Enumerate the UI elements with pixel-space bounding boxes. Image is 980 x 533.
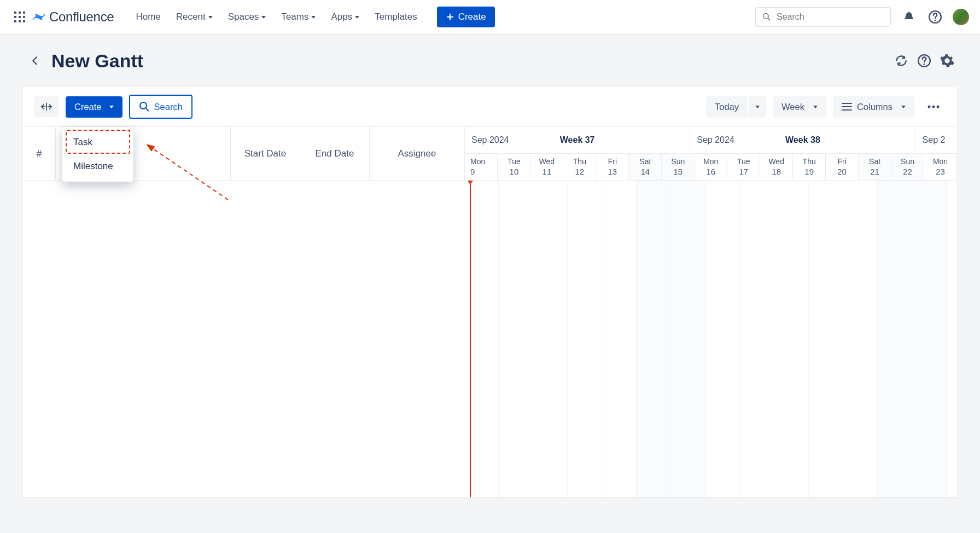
fit-width-button[interactable] [34,96,59,117]
timeline-column [533,181,568,497]
timeline-column [740,181,774,497]
svg-rect-3 [14,16,16,18]
timeline-column [464,181,499,497]
app-switcher-icon[interactable] [11,8,28,26]
chevron-down-icon [755,106,760,108]
month-label: Sep 2024 [697,135,734,145]
avatar[interactable] [953,9,969,25]
day-cell[interactable]: Mon23 [924,154,957,180]
month-week-b: Sep 2024 Week 38 [690,127,915,153]
day-cell[interactable]: Fri13 [596,154,629,180]
month-label: Sep 2024 [471,135,509,145]
fit-width-icon [40,102,52,112]
svg-line-10 [768,18,770,20]
today-split: Today [706,96,766,118]
timeline-area[interactable] [464,181,957,497]
panel-toolbar: Create Search Today Week Columns [23,87,957,126]
timeline-column [671,181,705,497]
page-help-icon[interactable] [915,52,933,69]
task-columns-header: # Start Date End Date Assignee Task Mile… [23,127,465,181]
help-icon[interactable] [926,8,944,26]
panel-search-button[interactable]: Search [129,95,192,119]
day-cell[interactable]: Sat14 [629,154,662,180]
timeline-column [499,181,533,497]
week-label: Week 37 [560,135,595,145]
timeline-column [568,181,602,497]
top-nav: Confluence Home Recent Spaces Teams Apps… [0,0,980,34]
chevron-down-icon [355,16,359,19]
svg-rect-1 [19,11,21,14]
chevron-down-icon [813,106,818,108]
month-label: Sep 2 [923,135,946,145]
refresh-icon[interactable] [892,52,910,69]
col-start-date[interactable]: Start Date [231,127,300,180]
week-label: Week 38 [785,135,820,145]
col-end-date[interactable]: End Date [300,127,370,180]
timeline-column [602,181,637,497]
page-title: New Gantt [51,50,143,72]
svg-point-15 [140,102,147,109]
nav-recent[interactable]: Recent [170,7,219,27]
col-hash[interactable]: # [23,127,56,180]
columns-button[interactable]: Columns [833,96,914,118]
nav-teams[interactable]: Teams [275,7,322,27]
day-cell[interactable]: Tue10 [498,154,530,180]
columns-icon [842,102,853,111]
timeline-column [843,181,878,497]
timeline-column [878,181,912,497]
chevron-down-icon [109,106,114,108]
chevron-down-icon [261,16,266,19]
confluence-icon [32,10,46,24]
week-button[interactable]: Week [773,96,826,118]
grid-header: # Start Date End Date Assignee Task Mile… [23,126,957,181]
search-input[interactable] [777,12,884,22]
day-cell[interactable]: Mon16 [695,154,727,180]
chevron-down-icon [208,16,213,19]
plus-icon [446,13,454,21]
day-cell[interactable]: Mon9 [465,154,498,180]
nav-apps[interactable]: Apps [324,7,366,27]
more-button[interactable] [921,100,946,114]
timeline-header: Sep 2024 Week 37 Sep 2024 Week 38 Sep 2 … [465,127,957,181]
confluence-logo[interactable]: Confluence [32,9,114,25]
day-cell[interactable]: Fri20 [826,154,859,180]
svg-rect-7 [19,20,21,22]
settings-icon[interactable] [938,52,956,69]
panel-create-button[interactable]: Create [66,96,122,118]
timeline-column [947,181,957,497]
svg-rect-4 [19,16,21,18]
timeline-column [637,181,671,497]
day-cell[interactable]: Wed11 [530,154,563,180]
nav-home[interactable]: Home [129,7,167,27]
grid-body [23,181,957,497]
today-dropdown-button[interactable] [749,96,766,118]
timeline-column [912,181,947,497]
dropdown-item-task[interactable]: Task [62,130,133,154]
day-cell[interactable]: Sun22 [891,154,924,180]
back-button[interactable] [24,50,46,72]
nav-templates[interactable]: Templates [368,7,423,27]
month-week-c: Sep 2 [916,127,957,153]
search-box[interactable] [755,7,891,27]
nav-spaces[interactable]: Spaces [221,7,273,27]
day-cell[interactable]: Thu12 [563,154,596,180]
today-button[interactable]: Today [706,96,748,118]
day-cell[interactable]: Thu19 [793,154,826,180]
dropdown-item-milestone[interactable]: Milestone [62,154,133,178]
day-cell[interactable]: Tue17 [727,154,760,180]
create-button[interactable]: Create [437,7,495,27]
chevron-down-icon [311,16,316,19]
task-list-area[interactable] [23,181,464,497]
notifications-icon[interactable] [900,8,918,26]
svg-rect-5 [23,16,25,18]
nav-links: Home Recent Spaces Teams Apps Templates [129,7,423,27]
chevron-left-icon [29,55,41,67]
day-cell[interactable]: Sat21 [859,154,891,180]
day-cell[interactable]: Sun15 [662,154,695,180]
day-cell[interactable]: Wed18 [760,154,793,180]
svg-point-22 [937,106,940,108]
timeline-column [809,181,843,497]
chevron-down-icon [901,106,906,108]
svg-point-21 [932,106,935,108]
col-assignee[interactable]: Assignee [370,127,464,180]
